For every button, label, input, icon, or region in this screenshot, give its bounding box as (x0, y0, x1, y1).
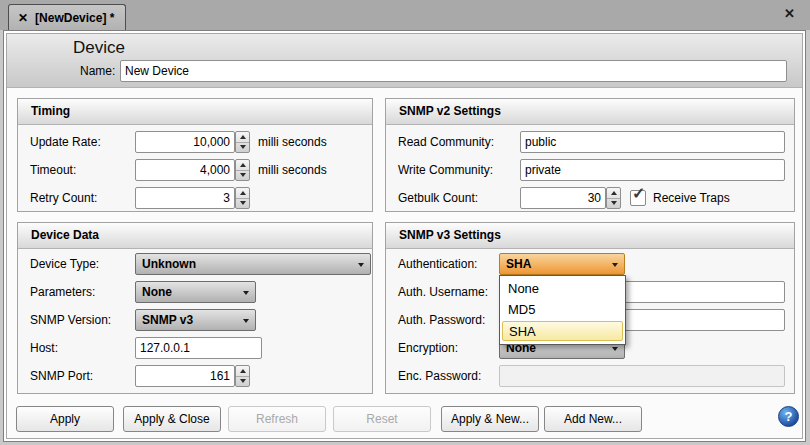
read-community-input[interactable] (520, 131, 785, 153)
getbulk-count-input[interactable] (520, 187, 606, 209)
read-community-label: Read Community: (398, 131, 494, 153)
help-icon[interactable]: ? (778, 406, 799, 427)
update-rate-stepper[interactable] (235, 131, 250, 153)
check-icon: ✓ (632, 184, 645, 203)
enc-password-label: Enc. Password: (398, 365, 481, 387)
snmp-port-input[interactable] (135, 365, 235, 387)
update-rate-input[interactable] (135, 131, 235, 153)
write-community-label: Write Community: (398, 159, 493, 181)
auth-username-label: Auth. Username: (398, 281, 488, 303)
retry-count-label: Retry Count: (30, 187, 97, 209)
getbulk-count-label: Getbulk Count: (398, 187, 478, 209)
chevron-down-icon (243, 319, 249, 323)
timeout-stepper[interactable] (235, 159, 250, 181)
retry-count-stepper[interactable] (235, 187, 250, 209)
update-rate-label: Update Rate: (30, 131, 101, 153)
refresh-button: Refresh (228, 406, 326, 432)
authentication-options-popup: None MD5 SHA (499, 275, 626, 345)
getbulk-count-stepper[interactable] (606, 187, 621, 209)
snmp-port-stepper[interactable] (235, 365, 250, 387)
app-screen: ✕ [NewDevice] * ✕ Device Name: Timing Up… (0, 0, 810, 445)
device-data-group: Device Data Device Type: Unknown Paramet… (17, 222, 373, 394)
panel-close-icon[interactable]: ✕ (784, 6, 795, 21)
snmp-port-label: SNMP Port: (30, 365, 93, 387)
snmp-version-label: SNMP Version: (30, 309, 111, 331)
retry-count-input[interactable] (135, 187, 235, 209)
apply-new-button[interactable]: Apply & New... (441, 406, 539, 432)
add-new-button[interactable]: Add New... (544, 406, 642, 432)
name-label: Name: (80, 60, 115, 82)
enc-password-input (499, 365, 785, 387)
device-type-dropdown[interactable]: Unknown (135, 253, 371, 275)
step-down-icon[interactable] (607, 198, 620, 208)
authentication-label: Authentication: (398, 253, 477, 275)
timing-group: Timing Update Rate: milli seconds Timeou… (17, 98, 373, 212)
name-input[interactable] (120, 60, 787, 82)
parameters-label: Parameters: (30, 281, 95, 303)
page-title: Device (73, 38, 125, 58)
snmp-v3-group-title: SNMP v3 Settings (386, 223, 794, 249)
option-none[interactable]: None (502, 279, 623, 299)
timeout-input[interactable] (135, 159, 235, 181)
step-down-icon[interactable] (236, 376, 249, 386)
snmp-version-dropdown[interactable]: SNMP v3 (135, 309, 256, 331)
parameters-dropdown[interactable]: None (135, 281, 256, 303)
snmp-v2-group: SNMP v2 Settings Read Community: Write C… (385, 98, 795, 212)
option-sha-selected[interactable]: SHA (502, 321, 623, 341)
apply-button[interactable]: Apply (16, 406, 114, 432)
step-down-icon[interactable] (236, 198, 249, 208)
reset-button: Reset (333, 406, 431, 432)
chevron-down-icon (612, 263, 618, 267)
receive-traps-label: Receive Traps (653, 187, 730, 209)
host-label: Host: (30, 337, 58, 359)
device-editor-panel: Device Name: Timing Update Rate: milli s… (6, 33, 803, 439)
apply-close-button[interactable]: Apply & Close (123, 406, 221, 432)
receive-traps-checkbox[interactable]: ✓ (630, 190, 646, 206)
timeout-label: Timeout: (30, 159, 76, 181)
timeout-unit: milli seconds (258, 159, 327, 181)
tab-close-icon[interactable]: ✕ (18, 11, 28, 25)
snmp-v2-group-title: SNMP v2 Settings (386, 99, 794, 125)
option-md5[interactable]: MD5 (502, 300, 623, 320)
chevron-down-icon (612, 347, 618, 351)
device-editor-window: Device Name: Timing Update Rate: milli s… (3, 30, 806, 442)
auth-password-label: Auth. Password: (398, 309, 485, 331)
device-data-group-title: Device Data (18, 223, 372, 249)
encryption-label: Encryption: (398, 337, 458, 359)
step-down-icon[interactable] (236, 142, 249, 152)
chevron-down-icon (358, 263, 364, 267)
tab-newdevice[interactable]: ✕ [NewDevice] * (8, 4, 126, 30)
authentication-dropdown[interactable]: SHA (499, 253, 625, 275)
chevron-down-icon (243, 291, 249, 295)
tab-strip: ✕ [NewDevice] * ✕ (0, 0, 810, 30)
write-community-input[interactable] (520, 159, 785, 181)
device-type-label: Device Type: (30, 253, 99, 275)
snmp-v3-group: SNMP v3 Settings Authentication: SHA Aut… (385, 222, 795, 394)
host-input[interactable] (135, 337, 262, 359)
step-down-icon[interactable] (236, 170, 249, 180)
editor-header: Device Name: (7, 34, 802, 88)
update-rate-unit: milli seconds (258, 131, 327, 153)
timing-group-title: Timing (18, 99, 372, 125)
tab-title: [NewDevice] * (35, 11, 114, 25)
